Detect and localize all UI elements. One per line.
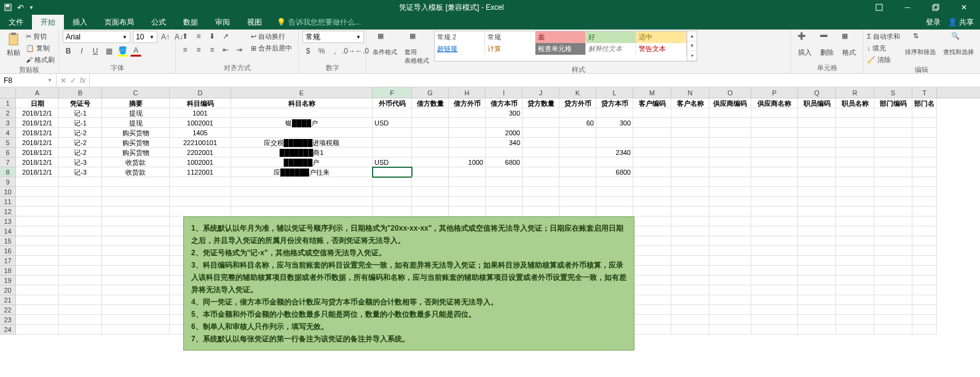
empty-cell[interactable]	[59, 177, 102, 187]
empty-cell[interactable]	[912, 236, 937, 246]
header-cell[interactable]: 客户编码	[633, 98, 671, 108]
empty-cell[interactable]	[751, 246, 798, 256]
empty-cell[interactable]	[412, 187, 449, 197]
empty-cell[interactable]	[486, 207, 523, 216]
empty-cell[interactable]	[633, 207, 671, 216]
empty-cell[interactable]	[709, 197, 751, 207]
empty-cell[interactable]	[170, 187, 231, 197]
empty-cell[interactable]	[633, 315, 671, 325]
empty-cell[interactable]	[709, 276, 751, 285]
increase-decimal-button[interactable]: .0→	[343, 46, 354, 57]
data-cell[interactable]: 300	[596, 118, 633, 128]
empty-cell[interactable]	[874, 276, 912, 285]
clear-button[interactable]: 🧹清除	[867, 54, 900, 65]
data-cell[interactable]: 应██████户往来	[231, 167, 373, 177]
empty-cell[interactable]	[373, 207, 412, 216]
align-middle-button[interactable]: ≡	[193, 31, 204, 42]
column-header[interactable]: G	[412, 87, 449, 98]
data-cell[interactable]	[751, 118, 798, 128]
data-cell[interactable]	[798, 157, 836, 167]
empty-cell[interactable]	[751, 295, 798, 305]
row-header[interactable]: 1	[0, 98, 16, 108]
data-cell[interactable]	[523, 128, 559, 138]
row-header[interactable]: 17	[0, 256, 16, 266]
data-cell[interactable]	[798, 128, 836, 138]
empty-cell[interactable]	[16, 256, 59, 266]
name-box[interactable]: F8▼	[0, 74, 57, 87]
empty-cell[interactable]	[633, 256, 671, 266]
empty-cell[interactable]	[751, 177, 798, 187]
data-cell[interactable]	[912, 108, 937, 118]
empty-cell[interactable]	[523, 177, 559, 187]
align-top-button[interactable]: ⬆	[180, 31, 191, 42]
data-cell[interactable]	[486, 167, 523, 177]
empty-cell[interactable]	[798, 256, 836, 266]
empty-cell[interactable]	[59, 305, 102, 315]
empty-cell[interactable]	[102, 276, 170, 285]
column-header[interactable]: K	[559, 87, 596, 98]
empty-cell[interactable]	[231, 177, 373, 187]
data-cell[interactable]: 记-3	[59, 167, 102, 177]
data-cell[interactable]: 2202001	[170, 148, 231, 157]
empty-cell[interactable]	[912, 285, 937, 295]
data-cell[interactable]	[559, 138, 596, 148]
data-cell[interactable]	[373, 108, 412, 118]
empty-cell[interactable]	[874, 285, 912, 295]
empty-cell[interactable]	[709, 305, 751, 315]
row-header[interactable]: 16	[0, 246, 16, 256]
header-cell[interactable]: 日期	[16, 98, 59, 108]
data-cell[interactable]	[231, 128, 373, 138]
tab-insert[interactable]: 插入	[64, 15, 96, 30]
empty-cell[interactable]	[912, 187, 937, 197]
empty-cell[interactable]	[596, 197, 633, 207]
row-header[interactable]: 11	[0, 197, 16, 207]
data-cell[interactable]	[836, 128, 874, 138]
empty-cell[interactable]	[102, 256, 170, 266]
empty-cell[interactable]	[633, 226, 671, 236]
row-header[interactable]: 15	[0, 236, 16, 246]
empty-cell[interactable]	[596, 207, 633, 216]
empty-cell[interactable]	[671, 207, 709, 216]
empty-cell[interactable]	[170, 177, 231, 187]
empty-cell[interactable]	[231, 207, 373, 216]
data-cell[interactable]	[412, 167, 449, 177]
empty-cell[interactable]	[231, 187, 373, 197]
style-jiancha[interactable]: 检查单元格	[535, 43, 586, 55]
data-cell[interactable]	[874, 157, 912, 167]
empty-cell[interactable]	[633, 236, 671, 246]
empty-cell[interactable]	[751, 305, 798, 315]
row-header[interactable]: 8	[0, 167, 16, 177]
data-cell[interactable]: 购买货物	[102, 128, 170, 138]
data-cell[interactable]: 收货款	[102, 157, 170, 167]
data-cell[interactable]: ███████商1	[231, 148, 373, 157]
data-cell[interactable]: 340	[486, 138, 523, 148]
empty-cell[interactable]	[709, 256, 751, 266]
header-cell[interactable]: 职员编码	[798, 98, 836, 108]
empty-cell[interactable]	[59, 276, 102, 285]
empty-cell[interactable]	[912, 256, 937, 266]
data-cell[interactable]	[373, 128, 412, 138]
empty-cell[interactable]	[671, 197, 709, 207]
empty-cell[interactable]	[798, 285, 836, 295]
currency-button[interactable]: $	[302, 46, 314, 57]
empty-cell[interactable]	[874, 226, 912, 236]
data-cell[interactable]	[523, 148, 559, 157]
data-cell[interactable]	[709, 157, 751, 167]
empty-cell[interactable]	[412, 197, 449, 207]
data-cell[interactable]	[449, 138, 486, 148]
empty-cell[interactable]	[836, 236, 874, 246]
empty-cell[interactable]	[59, 285, 102, 295]
data-cell[interactable]: 2000	[486, 128, 523, 138]
empty-cell[interactable]	[836, 177, 874, 187]
data-cell[interactable]: 6800	[486, 157, 523, 167]
qat-dropdown-icon[interactable]: ▼	[29, 5, 34, 10]
empty-cell[interactable]	[633, 305, 671, 315]
empty-cell[interactable]	[874, 315, 912, 325]
empty-cell[interactable]	[59, 187, 102, 197]
empty-cell[interactable]	[59, 315, 102, 325]
data-cell[interactable]	[709, 108, 751, 118]
data-cell[interactable]	[709, 138, 751, 148]
data-cell[interactable]	[596, 128, 633, 138]
empty-cell[interactable]	[912, 207, 937, 216]
data-cell[interactable]	[912, 118, 937, 128]
